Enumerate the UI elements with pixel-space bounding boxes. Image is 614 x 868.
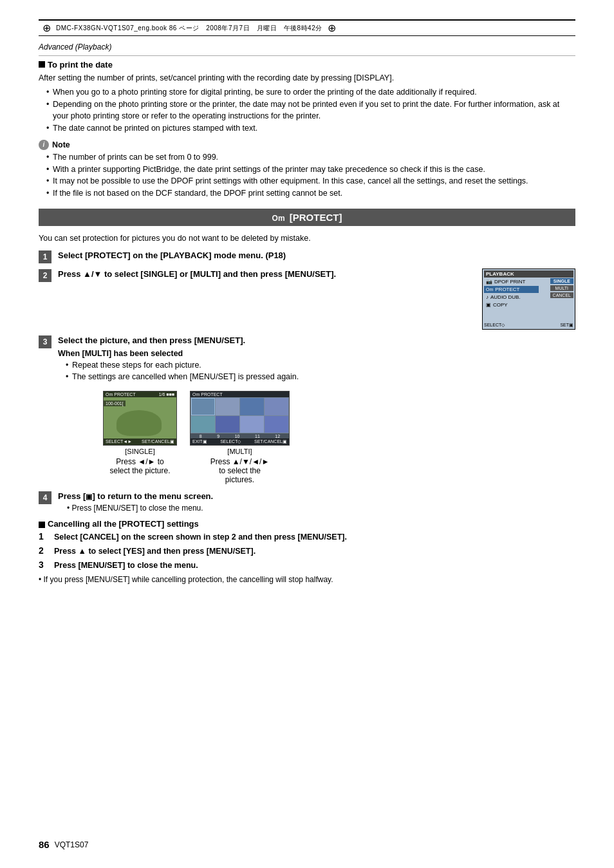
footer-code: VQT1S07 — [55, 840, 89, 849]
cancel-step-2-text: Press ▲ to select [YES] and then press [… — [54, 545, 256, 558]
step-4-text: Press [▣] to return to the menu screen. — [58, 491, 213, 501]
note-bullet-3: It may not be possible to use the DPOF p… — [46, 175, 575, 187]
menu-screen-mockup: PLAYBACK 📷 DPOF PRINT Om PROTECT ♪ AUDIO… — [482, 269, 575, 330]
protect-menu-icon: Om — [486, 287, 493, 292]
page: ⊕ DMC-FX38GN-VQT1S07_eng.book 86 ページ 200… — [0, 0, 614, 868]
multi-bullet-1: Repeat these steps for each picture. — [66, 359, 575, 372]
note-bullet-2: With a printer supporting PictBridge, th… — [46, 164, 575, 176]
menu-item-copy: ▣ COPY — [484, 301, 539, 308]
multi-cell-6 — [216, 416, 239, 433]
multi-bullets: Repeat these steps for each picture. The… — [58, 359, 575, 384]
note-bullet-4: If the file is not based on the DCF stan… — [46, 187, 575, 200]
menu-title: PLAYBACK — [484, 270, 573, 278]
audio-icon: ♪ — [486, 294, 488, 300]
photo-subject-shape — [116, 410, 162, 436]
multi-cell-7 — [240, 416, 264, 433]
cancel-step-1-text: Select [CANCEL] on the screen shown in s… — [54, 531, 347, 543]
step-3-number: 3 — [39, 335, 51, 348]
note-icon: i — [39, 140, 49, 150]
step-4-note: • Press [MENU/SET] to close the menu. — [67, 504, 575, 513]
multi-cell-2 — [216, 398, 239, 415]
single-image-col: Om PROTECT 1/6 ■■■ 100-001[ SELECT◄► SET… — [103, 391, 177, 484]
single-label: [SINGLE] — [125, 448, 154, 455]
multi-subheading: When [MULTI] has been selected — [58, 349, 575, 358]
step-1-content: Select [PROTECT] on the [PLAYBACK] mode … — [58, 250, 575, 261]
multi-cell-4 — [265, 398, 288, 415]
option-single: SINGLE — [550, 278, 573, 284]
protect-om-label: Om PROTECT — [106, 392, 136, 397]
step-1-box: 1 Select [PROTECT] on the [PLAYBACK] mod… — [39, 250, 575, 263]
note-heading: i Note — [39, 140, 575, 150]
cancel-step-3-text: Press [MENU/SET] to close the menu. — [54, 560, 198, 572]
cancel-heading-square-icon — [39, 522, 45, 528]
step-1-text: Select [PROTECT] on the [PLAYBACK] mode … — [58, 250, 286, 260]
multi-cell-5 — [191, 416, 215, 433]
page-number: 86 — [39, 839, 50, 850]
crosshair-left-icon: ⊕ — [42, 22, 51, 34]
cancelling-section: Cancelling all the [PROTECT] settings 1 … — [39, 519, 575, 585]
multi-press-text: Press ▲/▼/◄/►to select thepictures. — [210, 457, 270, 484]
note-box: i Note The number of prints can be set f… — [39, 140, 575, 200]
cancel-step-1-num: 1 — [39, 531, 48, 542]
menu-bottom-bar: SELECT◇ SET▣ — [484, 323, 573, 328]
multi-bullet-2: The settings are cancelled when [MENU/SE… — [66, 371, 575, 383]
multi-bottom-bar: EXIT▣ SELECT◇ SET/CANCEL▣ — [191, 439, 289, 445]
multi-photo-mockup: Om PROTECT 8 — [190, 391, 290, 446]
step-3-content: Select the picture, and then press [MENU… — [58, 335, 575, 386]
cancel-step-2-num: 2 — [39, 545, 48, 556]
set-cancel-label: SET/CANCEL▣ — [142, 439, 174, 444]
copy-icon: ▣ — [486, 302, 491, 308]
single-bottom-bar: SELECT◄► SET/CANCEL▣ — [104, 439, 176, 445]
step-2-left: 2 Press ▲/▼ to select [SINGLE] or [MULTI… — [39, 269, 476, 282]
page-footer: 86 VQT1S07 — [39, 839, 575, 850]
single-press-text: Press ◄/► toselect the picture. — [109, 457, 170, 475]
multi-protect-label: Om PROTECT — [192, 392, 223, 397]
step-1-number: 1 — [39, 250, 51, 263]
on-prefix-icon: Om — [272, 214, 285, 223]
print-date-bullet-2: Depending on the photo printing store or… — [46, 99, 575, 123]
multi-grid — [191, 397, 289, 433]
cancel-step-3: 3 Press [MENU/SET] to close the menu. — [39, 560, 575, 572]
step-4-number: 4 — [39, 491, 51, 504]
file-info: 1/6 ■■■ — [159, 392, 174, 397]
cancel-step-1: 1 Select [CANCEL] on the screen shown in… — [39, 531, 575, 543]
single-file-label: 100-001[ — [104, 401, 126, 406]
section-divider — [39, 55, 575, 56]
multi-cell-1 — [191, 398, 215, 415]
print-date-heading: To print the date — [39, 60, 575, 70]
multi-cell-3 — [240, 398, 264, 415]
print-date-intro: After setting the number of prints, set/… — [39, 72, 575, 84]
step-3-multi-section: When [MULTI] has been selected Repeat th… — [58, 349, 575, 384]
step-2-right: PLAYBACK 📷 DPOF PRINT Om PROTECT ♪ AUDIO… — [482, 269, 575, 330]
menu-select-label: SELECT◇ — [484, 323, 505, 328]
step-3-box: 3 Select the picture, and then press [ME… — [39, 335, 575, 386]
menu-set-label: SET▣ — [560, 323, 573, 328]
multi-image-col: Om PROTECT 8 — [190, 391, 290, 484]
section-label: Advanced (Playback) — [39, 42, 575, 52]
heading-square-icon — [39, 61, 45, 68]
option-cancel: CANCEL — [550, 292, 573, 298]
step-2-content: Press ▲/▼ to select [SINGLE] or [MULTI] … — [58, 269, 476, 280]
menu-item-dpof: 📷 DPOF PRINT — [484, 278, 539, 285]
multi-cell-8 — [265, 416, 288, 433]
menu-item-audio: ♪ AUDIO DUB. — [484, 294, 539, 301]
step-4-content: Press [▣] to return to the menu screen. … — [58, 491, 575, 513]
step-2-number: 2 — [39, 269, 51, 282]
crosshair-right-icon: ⊕ — [328, 22, 336, 34]
option-multi: MULTI — [550, 285, 573, 291]
step-2-inner: 2 Press ▲/▼ to select [SINGLE] or [MULTI… — [39, 269, 476, 282]
multi-setcancel-label: SET/CANCEL▣ — [254, 439, 287, 444]
step-2-box: 2 Press ▲/▼ to select [SINGLE] or [MULTI… — [39, 269, 575, 330]
cancelling-heading: Cancelling all the [PROTECT] settings — [39, 519, 575, 529]
multi-label: [MULTI] — [227, 448, 252, 455]
step-3-area: 3 Select the picture, and then press [ME… — [39, 335, 575, 485]
images-row: Om PROTECT 1/6 ■■■ 100-001[ SELECT◄► SET… — [39, 391, 575, 484]
cancel-step-2: 2 Press ▲ to select [YES] and then press… — [39, 545, 575, 558]
print-date-bullet-3: The date cannot be printed on pictures s… — [46, 122, 575, 135]
cancelling-note: • If you press [MENU/SET] while cancelli… — [39, 574, 575, 585]
note-bullets: The number of prints can be set from 0 t… — [39, 151, 575, 200]
multi-top-bar: Om PROTECT — [191, 392, 289, 397]
header-text: DMC-FX38GN-VQT1S07_eng.book 86 ページ 2008年… — [56, 24, 322, 33]
step-4-box: 4 Press [▣] to return to the menu screen… — [39, 491, 575, 513]
single-photo-mockup: Om PROTECT 1/6 ■■■ 100-001[ SELECT◄► SET… — [103, 391, 177, 446]
